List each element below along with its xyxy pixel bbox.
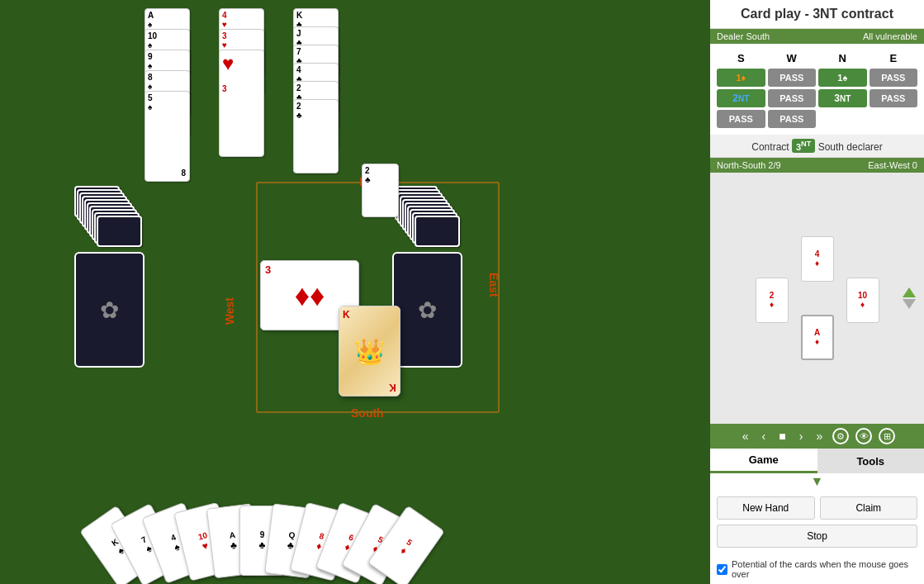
tabs-bar: Game Tools <box>710 449 924 473</box>
trick-north-card: 4♦ <box>801 236 834 282</box>
bid-n-1: 1♠ <box>818 69 867 87</box>
tab-arrow: ▼ <box>710 473 924 490</box>
bid-w-1: PASS <box>768 69 817 87</box>
new-hand-button[interactable]: New Hand <box>717 496 815 520</box>
trick-south-card: A♦ <box>801 315 834 360</box>
contract-badge: 3NT <box>792 139 815 153</box>
prev-button[interactable]: ‹ <box>759 428 770 444</box>
south-hand: K♠ 7♠ 4♠ 10♥ A♣ 9♣ Q♣ 8♦ 6♦ <box>132 435 504 576</box>
south-label: South <box>351 406 384 420</box>
game-table: ✿ ✿ A♠ 10♠ 9♠ 8♠ 5♠8 4♥ 3♥ ♥3 K♣ J♣ 7♣ 4… <box>0 0 710 584</box>
east-label: East <box>487 273 500 297</box>
bid-s-3: PASS <box>717 110 765 128</box>
panel-header: Card play - 3NT contract <box>710 0 924 29</box>
ew-score: East-West 0 <box>868 160 917 170</box>
potential-checkbox[interactable] <box>717 564 727 575</box>
contract-line: Contract 3NT South declarer <box>710 135 924 158</box>
bidding-section: S W N E 1♦ PASS 1♠ PASS 2NT PASS 3NT PAS… <box>710 44 924 135</box>
arrow-up-icon <box>903 287 916 297</box>
potential-checkbox-row: Potential of the cards when the mouse go… <box>710 554 924 584</box>
bid-e-1: PASS <box>870 69 918 87</box>
stop-game-button[interactable]: Stop <box>717 525 917 548</box>
bid-s-2: 2NT <box>717 89 765 107</box>
screen-icon[interactable]: ⊞ <box>879 428 895 444</box>
stop-button[interactable]: ■ <box>775 428 789 444</box>
bid-w-2: PASS <box>768 89 817 107</box>
arrow-down-icon <box>903 299 916 309</box>
north-clubs: K♣ J♣ 7♣ 4♣ 2♣ 2♣ <box>293 8 355 186</box>
north-spades: A♠ 10♠ 9♠ 8♠ 5♠8 <box>145 8 198 186</box>
info-bar: Dealer South All vulnerable <box>710 29 924 44</box>
north-played-card: 2♣ <box>362 164 399 217</box>
east-card-stack: ✿ <box>392 186 487 380</box>
game-buttons: New Hand Claim Stop <box>710 490 924 554</box>
eye-icon[interactable]: 👁 <box>855 428 872 444</box>
score-bar: North-South 2/9 East-West 0 <box>710 158 924 173</box>
bid-w-3: PASS <box>768 110 817 128</box>
west-card-stack: ✿ <box>74 186 169 380</box>
bid-e-3 <box>870 110 918 128</box>
trick-display: 4♦ 2♦ 10♦ A♦ <box>710 173 924 424</box>
bid-header-w: W <box>768 50 817 66</box>
next-button[interactable]: › <box>796 428 807 444</box>
bid-s-1: 1♦ <box>717 69 765 87</box>
potential-label: Potential of the cards when the mouse go… <box>732 559 917 579</box>
bid-grid: S W N E 1♦ PASS 1♠ PASS 2NT PASS 3NT PAS… <box>717 50 917 128</box>
west-label: West <box>223 297 236 325</box>
tab-game[interactable]: Game <box>710 449 817 473</box>
vulnerability-text: All vulnerable <box>863 31 917 41</box>
panel-title: Card play - 3NT contract <box>720 7 914 21</box>
bid-n-3 <box>818 110 867 128</box>
claim-button[interactable]: Claim <box>820 496 918 520</box>
north-hearts: 4♥ 3♥ ♥3 <box>219 8 272 186</box>
trick-cards: 4♦ 2♦ 10♦ A♦ <box>751 236 884 360</box>
bid-header-n: N <box>818 50 867 66</box>
right-panel: Card play - 3NT contract Dealer South Al… <box>710 0 924 584</box>
trick-east-card: 10♦ <box>846 278 879 323</box>
controls-bar[interactable]: « ‹ ■ › » ⚙ 👁 ⊞ <box>710 424 924 449</box>
bid-n-2: 3NT <box>818 89 867 107</box>
dealer-text: Dealer South <box>717 31 770 41</box>
bid-header-e: E <box>870 50 918 66</box>
bid-e-2: PASS <box>870 89 918 107</box>
ns-score: North-South 2/9 <box>717 160 781 170</box>
bid-header-s: S <box>717 50 765 66</box>
settings-icon[interactable]: ⚙ <box>832 428 849 444</box>
rewind-button[interactable]: « <box>739 428 752 444</box>
trick-west-card: 2♦ <box>756 278 789 323</box>
forward-button[interactable]: » <box>813 428 826 444</box>
trick-arrows <box>903 287 916 309</box>
tab-tools[interactable]: Tools <box>817 449 925 473</box>
south-played-card: K 👑 K <box>339 306 400 396</box>
